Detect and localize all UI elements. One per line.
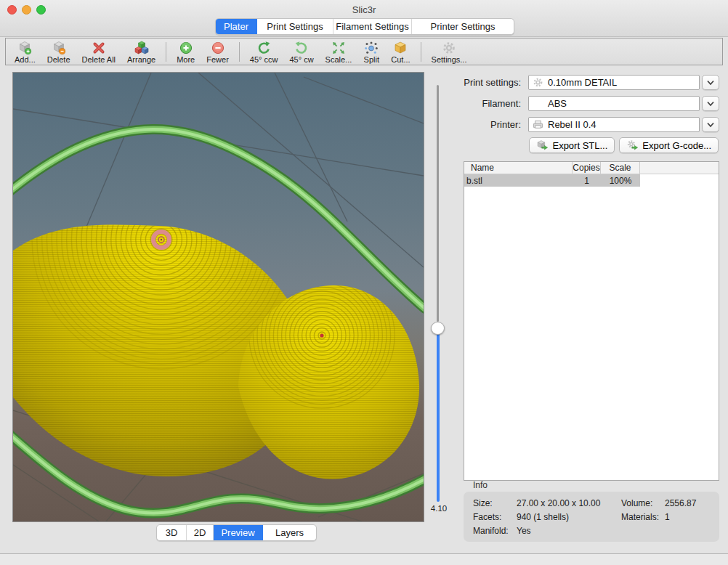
printer-select[interactable]: Rebel II 0.4 bbox=[528, 117, 700, 132]
viewport-3d[interactable] bbox=[12, 72, 424, 522]
toolbar-separator bbox=[239, 42, 240, 62]
printer-value: Rebel II 0.4 bbox=[548, 119, 596, 130]
settings-icon bbox=[441, 41, 457, 55]
split-icon bbox=[363, 41, 379, 55]
toolbar-item-label: Delete All bbox=[82, 55, 116, 64]
gear-icon bbox=[533, 77, 543, 88]
arrange-button[interactable]: Arrange bbox=[121, 38, 161, 65]
tab-filament-settings[interactable]: Filament Settings bbox=[333, 19, 412, 34]
layer-slider-thumb[interactable] bbox=[431, 322, 445, 335]
facets-label: Facets: bbox=[473, 512, 501, 522]
arrange-icon bbox=[134, 41, 150, 55]
view-tab-bar: 3D 2D Preview Layers bbox=[156, 524, 317, 541]
settings-button[interactable]: Settings... bbox=[426, 38, 473, 65]
main-tab-bar: Plater Print Settings Filament Settings … bbox=[215, 18, 514, 35]
cut-button[interactable]: Cut... bbox=[385, 38, 416, 65]
view-tab-2d[interactable]: 2D bbox=[187, 525, 214, 540]
materials-value: 1 bbox=[665, 512, 670, 522]
filament-dropdown-button[interactable] bbox=[702, 96, 719, 111]
toolbar-separator bbox=[421, 42, 421, 62]
toolbar-item-label: Split bbox=[364, 55, 379, 64]
object-scale-cell: 100% bbox=[601, 176, 640, 186]
toolbar-item-label: Arrange bbox=[127, 55, 155, 64]
rotate-ccw-icon bbox=[256, 41, 272, 55]
rotate-cw-button[interactable]: 45° cw bbox=[283, 38, 319, 65]
chevron-down-icon bbox=[706, 122, 715, 128]
toolbar-item-label: Scale... bbox=[325, 55, 352, 64]
view-tab-layers[interactable]: Layers bbox=[263, 525, 316, 540]
printer-icon bbox=[533, 119, 543, 130]
more-copies-icon bbox=[178, 41, 194, 55]
column-header-name[interactable]: Name bbox=[464, 162, 573, 174]
volume-value: 2556.87 bbox=[665, 498, 696, 508]
layer-slider-value: 4.10 bbox=[424, 504, 453, 513]
export-stl-icon bbox=[536, 139, 549, 151]
print-settings-select[interactable]: 0.10mm DETAIL bbox=[528, 75, 700, 90]
table-row-selected[interactable]: b.stl 1 100% bbox=[464, 174, 640, 187]
printer-dropdown-button[interactable] bbox=[702, 117, 719, 132]
column-header-copies[interactable]: Copies bbox=[573, 162, 601, 174]
toolbar-item-label: Settings... bbox=[432, 55, 467, 64]
plater-toolbar: Add... Delete Delete All bbox=[5, 38, 723, 65]
export-buttons-row: Export STL... Export G-code... bbox=[465, 137, 719, 153]
window-title: Slic3r bbox=[0, 4, 728, 15]
object-name-cell: b.stl bbox=[464, 176, 573, 186]
manifold-value: Yes bbox=[517, 526, 531, 536]
export-gcode-label: Export G-code... bbox=[642, 140, 711, 151]
more-button[interactable]: More bbox=[171, 38, 201, 65]
slic3r-window: Slic3r Plater Print Settings Filament Se… bbox=[0, 0, 728, 565]
chevron-down-icon bbox=[706, 80, 715, 86]
seam-dot bbox=[320, 333, 323, 337]
scale-button[interactable]: Scale... bbox=[320, 38, 358, 65]
add-object-icon bbox=[17, 41, 33, 55]
delete-all-icon bbox=[91, 41, 107, 55]
fewer-copies-icon bbox=[210, 41, 226, 55]
print-settings-label: Print settings: bbox=[405, 77, 521, 88]
toolbar-item-label: Add... bbox=[15, 55, 36, 64]
toolbar-item-label: More bbox=[177, 55, 195, 64]
print-settings-value: 0.10mm DETAIL bbox=[548, 77, 617, 88]
toolbar-separator bbox=[166, 42, 166, 62]
materials-label: Materials: bbox=[621, 512, 659, 522]
filament-icon-placeholder bbox=[533, 98, 543, 109]
view-tab-preview[interactable]: Preview bbox=[214, 525, 263, 540]
object-list: Name Copies Scale b.stl 1 100% bbox=[464, 161, 719, 481]
size-value: 27.00 x 20.00 x 10.00 bbox=[517, 498, 600, 508]
add-button[interactable]: Add... bbox=[9, 38, 41, 65]
chevron-down-icon bbox=[706, 101, 715, 107]
info-panel: Size: 27.00 x 20.00 x 10.00 Volume: 2556… bbox=[464, 492, 719, 542]
view-tab-3d[interactable]: 3D bbox=[157, 525, 187, 540]
scale-icon bbox=[331, 41, 347, 55]
filament-label: Filament: bbox=[405, 98, 521, 109]
export-stl-button[interactable]: Export STL... bbox=[529, 137, 615, 153]
export-stl-label: Export STL... bbox=[552, 140, 607, 151]
toolbar-item-label: 45° cw bbox=[289, 55, 313, 64]
layer-slider-fill[interactable] bbox=[437, 330, 440, 502]
column-header-filler bbox=[640, 162, 719, 174]
delete-all-button[interactable]: Delete All bbox=[76, 38, 121, 65]
object-copies-cell: 1 bbox=[573, 176, 601, 186]
tab-print-settings[interactable]: Print Settings bbox=[257, 19, 333, 34]
toolbar-item-label: Fewer bbox=[206, 55, 229, 64]
filament-value: ABS bbox=[548, 98, 567, 109]
manifold-label: Manifold: bbox=[473, 526, 509, 536]
filament-select[interactable]: ABS bbox=[528, 96, 700, 111]
printer-label: Printer: bbox=[405, 119, 521, 130]
export-gcode-button[interactable]: Export G-code... bbox=[619, 137, 719, 153]
size-label: Size: bbox=[473, 498, 493, 508]
status-bar bbox=[0, 554, 728, 565]
rotate-cw-icon bbox=[294, 41, 310, 55]
export-gcode-icon bbox=[626, 139, 639, 151]
column-header-scale[interactable]: Scale bbox=[601, 162, 640, 174]
info-panel-title: Info bbox=[473, 480, 488, 490]
delete-button[interactable]: Delete bbox=[41, 38, 76, 65]
split-button[interactable]: Split bbox=[357, 38, 385, 65]
tab-printer-settings[interactable]: Printer Settings bbox=[412, 19, 514, 34]
rotate-ccw-button[interactable]: 45° ccw bbox=[244, 38, 284, 65]
fewer-button[interactable]: Fewer bbox=[201, 38, 235, 65]
object-list-header: Name Copies Scale bbox=[464, 162, 719, 174]
print-settings-dropdown-button[interactable] bbox=[702, 75, 719, 90]
volume-label: Volume: bbox=[621, 498, 652, 508]
facets-value: 940 (1 shells) bbox=[517, 512, 569, 522]
tab-plater[interactable]: Plater bbox=[216, 19, 257, 34]
